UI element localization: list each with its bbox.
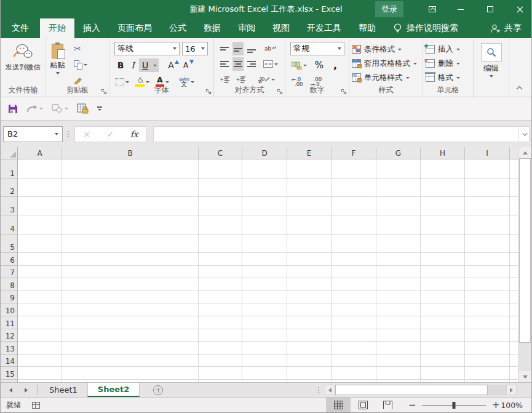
cell-F8[interactable] (332, 278, 376, 291)
cell-G7[interactable] (376, 266, 421, 278)
cell-X14[interactable] (510, 355, 518, 367)
cell-D7[interactable] (242, 266, 287, 278)
cell-G15[interactable] (376, 367, 421, 380)
row-header-13[interactable]: 13 (1, 342, 18, 355)
underline-dropdown[interactable] (151, 58, 159, 72)
cell-X8[interactable] (510, 278, 518, 291)
new-sheet-button[interactable] (153, 383, 163, 397)
cell-I13[interactable] (465, 342, 510, 355)
cell-E3[interactable] (287, 197, 332, 215)
column-header-partial[interactable] (510, 147, 518, 159)
cell-C3[interactable] (199, 197, 242, 215)
cell-F4[interactable] (332, 215, 376, 235)
row-header-5[interactable]: 5 (1, 235, 18, 253)
cell-F12[interactable] (332, 329, 376, 342)
cell-I12[interactable] (465, 329, 510, 342)
send-to-wechat-button[interactable]: 发送到微信 (1, 42, 46, 74)
cut-button[interactable]: ✂ (73, 42, 89, 55)
cell-X4[interactable] (510, 215, 518, 235)
cell-H12[interactable] (421, 329, 465, 342)
ribbon-tab-help[interactable]: 帮助 (350, 18, 384, 38)
column-header-D[interactable]: D (242, 147, 287, 159)
cell-B8[interactable] (62, 278, 199, 291)
cell-G6[interactable] (376, 253, 421, 266)
cell-E6[interactable] (287, 253, 332, 266)
cell-I14[interactable] (465, 355, 510, 367)
ribbon-tab-formulas[interactable]: 公式 (161, 18, 195, 38)
macro-record-button[interactable] (32, 402, 40, 409)
cell-C15[interactable] (199, 367, 242, 380)
cell-I8[interactable] (465, 278, 510, 291)
horizontal-scrollbar-thumb[interactable] (335, 385, 488, 395)
cancel-icon[interactable]: × (83, 129, 90, 139)
cell-I5[interactable] (465, 235, 510, 253)
cell-D5[interactable] (242, 235, 287, 253)
cell-D6[interactable] (242, 253, 287, 266)
cell-H15[interactable] (421, 367, 465, 380)
cell-H13[interactable] (421, 342, 465, 355)
row-header-2[interactable]: 2 (1, 179, 18, 197)
ribbon-tab-file[interactable]: 文件 (1, 18, 40, 38)
cell-I3[interactable] (465, 197, 510, 215)
row-header-9[interactable]: 9 (1, 291, 18, 303)
cell-F9[interactable] (332, 291, 376, 303)
cell-C13[interactable] (199, 342, 242, 355)
formula-bar-resize-handle[interactable] (68, 131, 69, 137)
percent-style-button[interactable]: % (313, 58, 325, 72)
cell-X10[interactable] (510, 303, 518, 316)
conditional-formatting-button[interactable]: 条件格式 (352, 42, 420, 56)
insert-cells-button[interactable]: ✚ 插入 (426, 42, 470, 56)
clipboard-dialog-launcher[interactable] (100, 88, 108, 95)
cell-F11[interactable] (332, 316, 376, 329)
cell-D11[interactable] (242, 316, 287, 329)
column-header-F[interactable]: F (332, 147, 376, 159)
cell-G1[interactable] (376, 159, 421, 179)
cell-G11[interactable] (376, 316, 421, 329)
cell-G13[interactable] (376, 342, 421, 355)
cell-X9[interactable] (510, 291, 518, 303)
tell-me-search[interactable]: 操作说明搜索 (393, 18, 458, 38)
cell-G3[interactable] (376, 197, 421, 215)
cell-A11[interactable] (18, 316, 62, 329)
zoom-level[interactable]: 100% (499, 401, 531, 410)
row-header-7[interactable]: 7 (1, 266, 18, 278)
cell-D13[interactable] (242, 342, 287, 355)
cell-E14[interactable] (287, 355, 332, 367)
sheet-nav-left-button[interactable] (9, 388, 12, 393)
vertical-scrollbar-track[interactable] (519, 343, 531, 371)
cell-H4[interactable] (421, 215, 465, 235)
cell-A7[interactable] (18, 266, 62, 278)
cell-F3[interactable] (332, 197, 376, 215)
cell-X7[interactable] (510, 266, 518, 278)
cell-C8[interactable] (199, 278, 242, 291)
cell-A5[interactable] (18, 235, 62, 253)
paste-button[interactable]: 粘贴 (46, 42, 69, 87)
cell-E4[interactable] (287, 215, 332, 235)
cell-E8[interactable] (287, 278, 332, 291)
select-all-corner[interactable] (1, 147, 18, 159)
normal-view-button[interactable] (326, 398, 351, 412)
cell-E9[interactable] (287, 291, 332, 303)
expand-formula-bar-button[interactable] (518, 126, 530, 142)
zoom-slider-thumb[interactable] (453, 402, 456, 409)
copy-button[interactable] (73, 58, 89, 71)
cell-F2[interactable] (332, 179, 376, 197)
cell-I10[interactable] (465, 303, 510, 316)
save-button[interactable] (8, 104, 18, 114)
cell-E1[interactable] (287, 159, 332, 179)
cell-C4[interactable] (199, 215, 242, 235)
cell-X11[interactable] (510, 316, 518, 329)
cell-H5[interactable] (421, 235, 465, 253)
row-header-11[interactable]: 11 (1, 316, 18, 329)
cell-I7[interactable] (465, 266, 510, 278)
row-header-8[interactable]: 8 (1, 278, 18, 291)
cell-H6[interactable] (421, 253, 465, 266)
cell-A4[interactable] (18, 215, 62, 235)
format-as-table-button[interactable]: 套用表格格式 (352, 57, 420, 70)
cell-E2[interactable] (287, 179, 332, 197)
cell-F10[interactable] (332, 303, 376, 316)
row-header-12[interactable]: 12 (1, 329, 18, 342)
ribbon-tab-review[interactable]: 审阅 (229, 18, 264, 38)
shrink-font-button[interactable]: A▼ (180, 58, 192, 72)
cell-E13[interactable] (287, 342, 332, 355)
